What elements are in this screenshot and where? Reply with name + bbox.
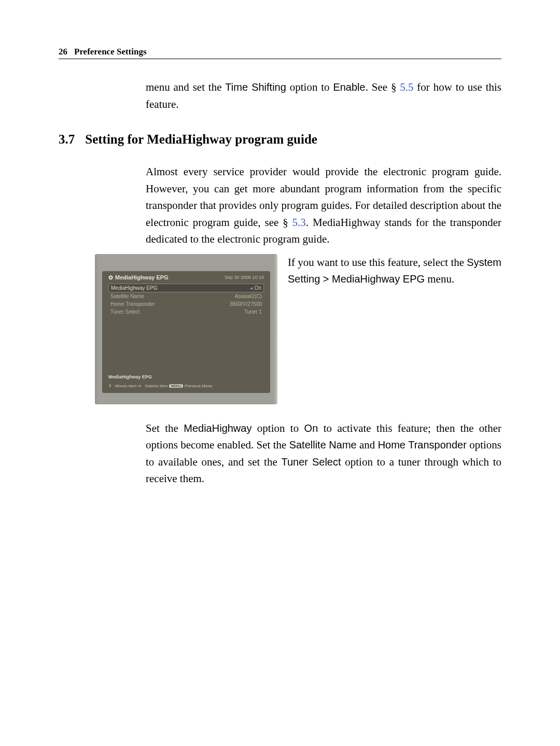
- updown-icon: ⇕: [108, 384, 114, 389]
- screenshot-title-bar: ✿MediaHighway EPG Sep 30 2006 10:16: [102, 271, 270, 284]
- menu-value: Tuner 1: [244, 309, 262, 315]
- text: menu and set the: [146, 81, 225, 93]
- text: . See §: [366, 81, 400, 93]
- menu-row-transponder: Home Transponder 3660/V/27500: [108, 300, 264, 308]
- chapter-title: Preference Settings: [74, 47, 147, 57]
- screenshot-title-group: ✿MediaHighway EPG: [108, 274, 169, 281]
- tv-menu-screenshot: ✿MediaHighway EPG Sep 30 2006 10:16 Medi…: [95, 254, 277, 404]
- menu-row-satellite: Satellite Name Asiasat2(C): [108, 292, 264, 300]
- leftright-icon: ⇔: [138, 384, 143, 389]
- screenshot-date: Sep 30 2006 10:16: [225, 275, 264, 280]
- section-ref-link[interactable]: 5.5: [400, 81, 413, 93]
- menu-value: ◂On: [250, 285, 261, 291]
- page-number: 26: [59, 47, 67, 57]
- screenshot-container: ✿MediaHighway EPG Sep 30 2006 10:16 Medi…: [95, 254, 277, 404]
- hint-previous: Previous Menu: [185, 384, 212, 388]
- menu-badge: MENU: [169, 384, 183, 388]
- menu-label: Satellite Name: [110, 293, 144, 299]
- ui-term-enable: Enable: [333, 81, 365, 93]
- menu-label: MediaHighway EPG: [111, 285, 157, 291]
- screenshot-panel: ✿MediaHighway EPG Sep 30 2006 10:16 Medi…: [102, 271, 270, 393]
- ui-term-time-shifting: Time Shifting: [225, 81, 286, 93]
- menu-label: Tuner Select: [110, 309, 139, 315]
- page-header: 26 Preference Settings: [59, 47, 501, 59]
- footer-title: MediaHighway EPG: [108, 374, 264, 379]
- text: option to: [286, 81, 333, 93]
- page-container: 26 Preference Settings menu and set the …: [0, 0, 560, 487]
- menu-value-text: On: [255, 285, 261, 291]
- text: menu.: [425, 273, 454, 285]
- text: If you want to use this feature, select …: [288, 256, 467, 269]
- section-title: Setting for MediaHighway program guide: [85, 132, 317, 147]
- menu-label: Home Transponder: [110, 301, 155, 307]
- hint-selects: Selects Item: [145, 384, 167, 388]
- text: and: [357, 439, 378, 451]
- menu-table: MediaHighway EPG ◂On Satellite Name Asia…: [102, 284, 270, 316]
- ui-term-tuner-select: Tuner Select: [281, 456, 341, 468]
- ui-term-satellite-name: Satellite Name: [289, 439, 357, 451]
- paragraph-1: Almost every service provider would prov…: [146, 163, 501, 248]
- menu-row-epg: MediaHighway EPG ◂On: [108, 284, 264, 292]
- ui-term-mediahighway: MediaHighway: [184, 423, 251, 434]
- ui-term-on: On: [304, 423, 318, 434]
- footer-hint: ⇕ Moves Item ⇔ Selects Item MENU Previou…: [108, 384, 264, 389]
- menu-row-tuner: Tuner Select Tuner 1: [108, 308, 264, 316]
- intro-paragraph: menu and set the Time Shifting option to…: [146, 79, 501, 112]
- ui-term-home-transponder: Home Transponder: [378, 439, 467, 451]
- screenshot-title: MediaHighway EPG: [115, 274, 169, 280]
- section-number: 3.7: [59, 132, 75, 147]
- section-heading: 3.7 Setting for MediaHighway program gui…: [59, 132, 501, 147]
- paragraph-2: Set the MediaHighway option to On to act…: [146, 420, 501, 487]
- separator: >: [320, 273, 332, 285]
- right-column-text: If you want to use this feature, select …: [288, 254, 501, 404]
- text: option to: [251, 422, 304, 434]
- ui-term-mediahighway-epg: MediaHighway EPG: [332, 273, 425, 285]
- menu-value: Asiasat2(C): [235, 293, 262, 299]
- text: Set the: [146, 422, 184, 434]
- menu-value: 3660/V/27500: [230, 301, 262, 307]
- two-column-layout: ✿MediaHighway EPG Sep 30 2006 10:16 Medi…: [59, 254, 501, 404]
- hint-moves: Moves Item: [115, 384, 136, 388]
- section-ref-link[interactable]: 5.3: [292, 216, 306, 229]
- screenshot-footer: MediaHighway EPG ⇕ Moves Item ⇔ Selects …: [102, 372, 270, 393]
- arrow-icon: ◂: [250, 285, 253, 291]
- gear-icon: ✿: [108, 274, 113, 281]
